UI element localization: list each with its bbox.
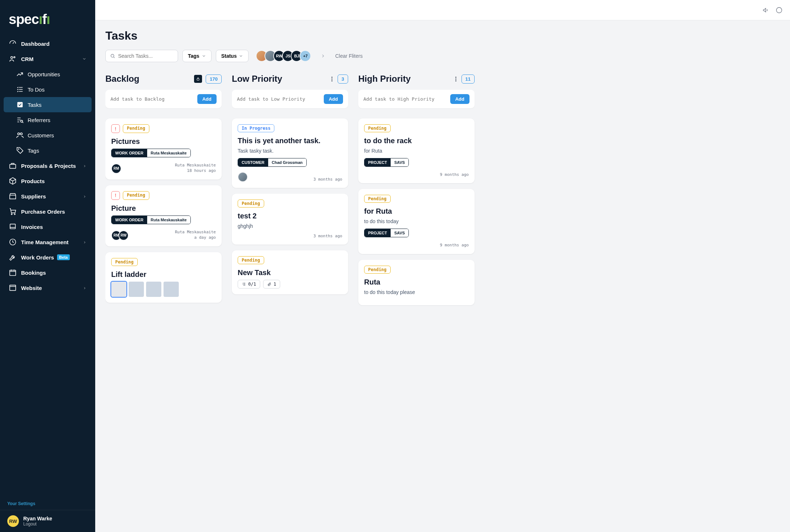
nav-opportunities[interactable]: Opportunities bbox=[4, 66, 92, 82]
status-filter[interactable]: Status bbox=[216, 50, 249, 62]
add-task-input[interactable] bbox=[110, 96, 197, 102]
tag-icon bbox=[16, 146, 24, 154]
svg-point-5 bbox=[20, 133, 22, 135]
attachment-chip: 1 bbox=[263, 280, 280, 289]
nav-customers[interactable]: Customers bbox=[4, 128, 92, 143]
brand-logo: specıfı bbox=[0, 0, 95, 36]
nav-time-management[interactable]: Time Management bbox=[4, 234, 92, 250]
nav-referrers[interactable]: Referrers bbox=[4, 112, 92, 128]
task-card[interactable]: PendingRutato do this today please bbox=[358, 260, 475, 305]
people-icon bbox=[16, 131, 24, 139]
column-menu[interactable] bbox=[330, 75, 334, 83]
topbar bbox=[95, 0, 790, 20]
task-card[interactable]: !PendingPictureWORK ORDERRuta Meskauskai… bbox=[105, 185, 222, 246]
nav-invoices[interactable]: Invoices bbox=[4, 219, 92, 234]
chevron-down-icon bbox=[239, 54, 243, 58]
task-card[interactable]: PendingLift ladder bbox=[105, 252, 222, 303]
status-badge: In Progress bbox=[238, 124, 274, 132]
card-title: Picture bbox=[111, 204, 216, 213]
avatar-stack[interactable]: RW JS BJ +7 bbox=[256, 50, 311, 62]
lock-icon bbox=[194, 75, 202, 83]
column-menu[interactable] bbox=[454, 75, 458, 83]
tags-filter[interactable]: Tags bbox=[182, 50, 211, 62]
thumbnail[interactable] bbox=[111, 282, 126, 297]
nav-todos[interactable]: To Dos bbox=[4, 82, 92, 97]
task-card[interactable]: In ProgressThis is yet another task.Task… bbox=[232, 118, 348, 188]
task-card[interactable]: !PendingPicturesWORK ORDERRuta Meskauska… bbox=[105, 118, 222, 180]
thumbnails bbox=[111, 282, 216, 297]
nav-products[interactable]: Products bbox=[4, 173, 92, 189]
chevron-right-icon bbox=[83, 163, 86, 169]
nav-label: Customers bbox=[28, 132, 54, 138]
nav-proposals[interactable]: Proposals & Projects bbox=[4, 158, 92, 173]
megaphone-icon[interactable] bbox=[762, 7, 770, 14]
avatar[interactable] bbox=[238, 172, 248, 182]
nav-tags[interactable]: Tags bbox=[4, 143, 92, 158]
nav-website[interactable]: Website bbox=[4, 280, 92, 295]
task-card[interactable]: Pendingtest 2ghghjh3 months ago bbox=[232, 194, 348, 245]
add-task-row: Add bbox=[105, 90, 222, 108]
nav-label: Work Orders bbox=[21, 254, 54, 261]
card-tag: WORK ORDERRuta Meskauskaite bbox=[111, 215, 191, 224]
column-title: Backlog bbox=[105, 74, 139, 84]
nav-bookings[interactable]: Bookings bbox=[4, 265, 92, 280]
svg-point-8 bbox=[11, 214, 12, 215]
task-card[interactable]: PendingNew Task0/11 bbox=[232, 250, 348, 294]
nav-dashboard[interactable]: Dashboard bbox=[4, 36, 92, 51]
svg-rect-10 bbox=[10, 224, 16, 229]
receipt-icon bbox=[9, 223, 17, 231]
task-card[interactable]: Pendingfor Rutato do this todayPROJECTSA… bbox=[358, 189, 475, 254]
clear-filters[interactable]: Clear Fliters bbox=[335, 53, 362, 59]
add-task-input[interactable] bbox=[237, 96, 324, 102]
add-task-input[interactable] bbox=[363, 96, 450, 102]
column-count: 170 bbox=[206, 74, 222, 84]
task-card[interactable]: Pendingto do the rackfor RutaPROJECTSAVS… bbox=[358, 118, 475, 183]
thumbnail[interactable] bbox=[164, 282, 179, 297]
nav-suppliers[interactable]: Suppliers bbox=[4, 189, 92, 204]
user-avatar[interactable]: RW bbox=[7, 515, 19, 527]
svg-point-1 bbox=[14, 57, 15, 58]
card-title: This is yet another task. bbox=[238, 137, 342, 145]
nav-label: Time Management bbox=[21, 239, 69, 245]
logout-link[interactable]: Logout bbox=[23, 521, 52, 527]
nav-label: Tasks bbox=[28, 102, 41, 108]
nav-crm[interactable]: CRM bbox=[4, 51, 92, 66]
svg-rect-13 bbox=[10, 285, 16, 291]
add-button[interactable]: Add bbox=[324, 94, 343, 104]
page-title: Tasks bbox=[105, 29, 780, 43]
card-desc: ghghjh bbox=[238, 223, 342, 229]
nav-label: Purchase Orders bbox=[21, 209, 65, 215]
add-button[interactable]: Add bbox=[450, 94, 469, 104]
nav-purchase-orders[interactable]: Purchase Orders bbox=[4, 204, 92, 219]
chevron-right-icon bbox=[83, 239, 86, 245]
avatar[interactable]: RW bbox=[118, 230, 129, 241]
avatar[interactable]: RM bbox=[111, 164, 121, 174]
main-nav: Dashboard CRM Opportunities To Dos Tasks bbox=[0, 36, 95, 497]
card-title: Pictures bbox=[111, 137, 216, 146]
checklist-chip: 0/1 bbox=[238, 280, 260, 289]
nav-label: Dashboard bbox=[21, 41, 49, 47]
card-meta: 3 months ago bbox=[314, 177, 342, 182]
nav-work-orders[interactable]: Work Orders Beta bbox=[4, 250, 92, 265]
search-input[interactable] bbox=[118, 53, 173, 59]
card-desc: to do this today bbox=[364, 218, 469, 224]
chat-icon[interactable] bbox=[775, 7, 783, 14]
search-box[interactable] bbox=[105, 50, 178, 62]
card-desc: for Ruta bbox=[364, 148, 469, 154]
add-task-row: Add bbox=[358, 90, 475, 108]
nav-label: Referrers bbox=[28, 117, 51, 123]
settings-link[interactable]: Your Settings bbox=[0, 497, 95, 510]
nav-label: Invoices bbox=[21, 224, 43, 230]
user-footer: RW Ryan Warke Logout bbox=[0, 510, 95, 532]
chevron-right-icon[interactable] bbox=[321, 53, 326, 59]
thumbnail[interactable] bbox=[129, 282, 144, 297]
nav-tasks[interactable]: Tasks bbox=[4, 97, 92, 112]
card-title: test 2 bbox=[238, 212, 342, 220]
column-title: Low Priority bbox=[232, 74, 282, 84]
svg-rect-12 bbox=[10, 270, 16, 276]
thumbnail[interactable] bbox=[146, 282, 161, 297]
avatar-overflow[interactable]: +7 bbox=[299, 50, 311, 62]
browser-icon bbox=[9, 284, 17, 292]
card-tag: CUSTOMERChad Grossman bbox=[238, 158, 307, 167]
add-button[interactable]: Add bbox=[197, 94, 217, 104]
